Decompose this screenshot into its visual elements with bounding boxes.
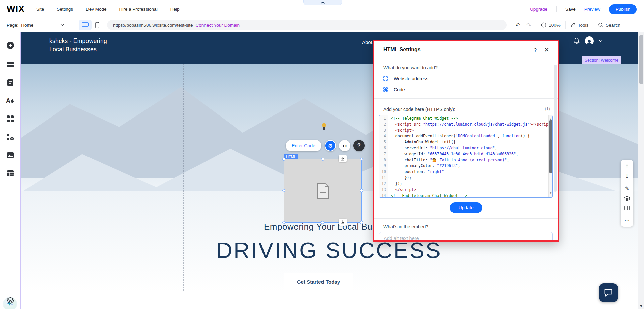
more-options-button[interactable]: ⋯ <box>623 217 631 224</box>
tools-button[interactable]: Tools <box>570 22 589 28</box>
enter-code-button[interactable]: Enter Code <box>286 140 321 151</box>
chat-widget-button[interactable] <box>599 283 618 302</box>
desktop-icon <box>82 22 89 28</box>
theme-icon: A <box>6 97 15 104</box>
resize-handle[interactable] <box>360 158 363 161</box>
menu-hire-a-professional[interactable]: Hire a Professional <box>119 7 158 12</box>
html-embed-placeholder[interactable] <box>284 159 362 223</box>
resize-handle[interactable] <box>321 158 324 161</box>
upgrade-link[interactable]: Upgrade <box>530 7 547 12</box>
mobile-view-button[interactable] <box>92 20 103 30</box>
grid-icon <box>7 115 14 123</box>
dialog-help-button[interactable]: ? <box>534 47 537 53</box>
stretch-button[interactable]: ↔ <box>339 140 350 151</box>
settings-gear-button[interactable]: ⚙ <box>325 140 336 151</box>
radio-code[interactable]: Code <box>383 87 553 92</box>
move-up-button[interactable]: ↑ <box>623 163 631 170</box>
dialog-scroll-thumb[interactable] <box>554 65 557 192</box>
page-scrollbar[interactable]: ▼ <box>638 32 644 309</box>
undo-icon[interactable]: ↶ <box>515 22 520 29</box>
resize-handle[interactable] <box>282 189 285 192</box>
scroll-down-icon[interactable]: ▼ <box>638 304 644 308</box>
header-member-controls <box>574 36 602 45</box>
get-started-button[interactable]: Get Started Today <box>284 273 353 290</box>
editor-scrollbar[interactable]: ▲ ▼ <box>548 115 552 197</box>
avatar[interactable] <box>585 36 594 45</box>
update-button[interactable]: Update <box>450 202 482 213</box>
stretch-handle-bottom[interactable] <box>339 219 347 226</box>
document-placeholder-icon <box>316 183 330 199</box>
content-manager-button[interactable] <box>5 168 15 178</box>
resize-handle[interactable] <box>282 221 285 224</box>
scroll-down-icon[interactable]: ▼ <box>549 190 553 197</box>
resize-handle[interactable] <box>321 221 324 224</box>
preview-link[interactable]: Preview <box>584 7 600 12</box>
code-line: 9 primaryColor: "#2196f3", <box>379 163 552 169</box>
search-button[interactable]: Search <box>598 22 620 28</box>
search-label: Search <box>606 23 620 28</box>
layers-order-button[interactable] <box>623 195 631 202</box>
code-line: 14<!-- End Telegram Chat Widget --> <box>379 193 552 198</box>
resize-handle[interactable] <box>360 189 363 192</box>
search-icon <box>598 22 603 28</box>
desktop-view-button[interactable] <box>79 20 92 30</box>
bell-icon[interactable] <box>574 37 580 44</box>
page-scroll-thumb[interactable] <box>639 35 643 84</box>
wix-logo[interactable]: WIX <box>7 4 25 14</box>
media-button[interactable] <box>5 150 15 160</box>
site-design-button[interactable]: A <box>5 96 15 106</box>
editor-scroll-thumb[interactable] <box>549 120 552 173</box>
resize-handle[interactable] <box>360 221 363 224</box>
menu-settings[interactable]: Settings <box>57 7 73 12</box>
radio-website-address[interactable]: Website address <box>383 76 553 81</box>
docking-button[interactable] <box>623 204 631 212</box>
chevron-down-icon[interactable] <box>599 39 602 43</box>
embed-question-label: What's in the embed? <box>383 224 553 229</box>
section-badge: Section: Welcome <box>582 56 621 64</box>
publish-button[interactable]: Publish <box>609 4 637 14</box>
redo-icon[interactable]: ↷ <box>526 22 531 29</box>
help-button[interactable]: ? <box>353 140 365 151</box>
menu-site[interactable]: Site <box>36 7 44 12</box>
pages-button[interactable] <box>5 78 15 88</box>
add-apps-button[interactable] <box>5 114 15 124</box>
divider <box>374 98 558 99</box>
code-line: 5 AdminChatWidget.init({ <box>379 139 552 145</box>
code-editor[interactable]: 1<!-- Telegram Chat Widget -->2 <script … <box>379 115 553 198</box>
divider <box>565 21 566 29</box>
wix-editor: WIX Site Settings Dev Mode Hire a Profes… <box>0 0 644 309</box>
add-type-question: What do you want to add? <box>383 65 553 70</box>
page-selector[interactable]: Page: Home <box>0 23 78 28</box>
skier-figure <box>322 123 326 127</box>
menu-help[interactable]: Help <box>170 7 180 12</box>
resize-handle[interactable] <box>282 158 285 161</box>
edit-button[interactable]: ✎ <box>623 185 631 192</box>
person-icon <box>586 39 593 45</box>
wrench-icon <box>570 22 576 28</box>
dialog-header: HTML Settings ? ✕ <box>379 41 553 58</box>
app-widgets-button[interactable] <box>5 132 15 142</box>
pencil-icon: ✎ <box>625 185 629 192</box>
gear-icon: ⚙ <box>328 143 333 149</box>
alt-text-input[interactable] <box>379 232 553 240</box>
move-down-button[interactable]: ↓ <box>623 172 631 180</box>
collapse-tab[interactable] <box>303 0 342 5</box>
code-line: 6 serverUrl: "https://chat.luminor.cloud… <box>379 145 552 151</box>
radio-unselected-icon[interactable] <box>383 76 388 81</box>
save-link[interactable]: Save <box>565 7 576 12</box>
chevron-down-icon <box>61 23 64 27</box>
connect-domain-link[interactable]: Connect Your Domain <box>196 23 240 28</box>
site-title[interactable]: kshcks - Empowering Local Businesses <box>49 37 107 54</box>
add-icon <box>6 41 15 50</box>
radio-selected-icon[interactable] <box>383 87 388 92</box>
zoom-control[interactable]: 100% <box>541 22 561 28</box>
add-element-button[interactable] <box>5 40 15 50</box>
close-icon[interactable]: ✕ <box>544 46 549 54</box>
menu-dev-mode[interactable]: Dev Mode <box>86 7 107 12</box>
layers-button[interactable] <box>5 295 15 305</box>
info-icon[interactable]: ⓘ <box>545 106 550 112</box>
site-url-bar[interactable]: https://bobasim586.wixsite.com/test-site… <box>107 20 507 30</box>
stretch-handle-top[interactable] <box>339 155 347 162</box>
add-section-button[interactable] <box>5 60 15 70</box>
code-line: 1<!-- Telegram Chat Widget --> <box>379 115 552 122</box>
